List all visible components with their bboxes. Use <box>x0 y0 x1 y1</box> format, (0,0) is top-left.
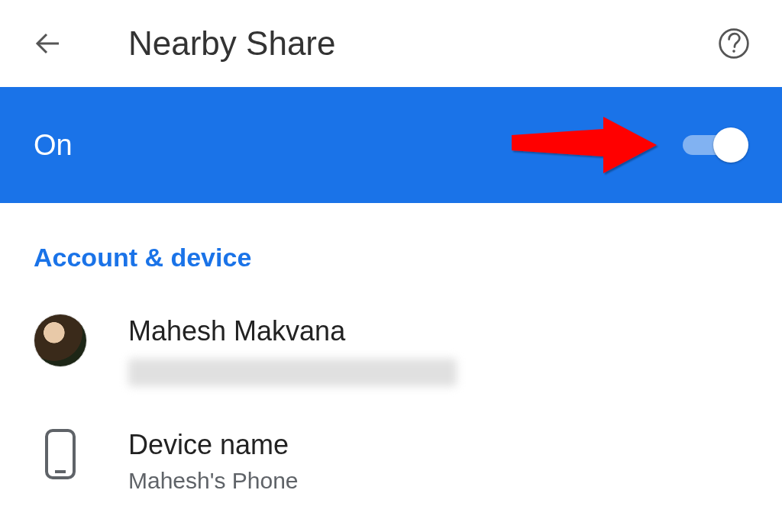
help-icon <box>717 27 751 60</box>
account-email-redacted <box>128 359 457 386</box>
svg-marker-3 <box>512 117 657 173</box>
help-button[interactable] <box>713 23 755 64</box>
toggle-status-label: On <box>34 129 73 162</box>
account-device-section: Account & device Mahesh Makvana Device n… <box>0 203 782 521</box>
section-heading: Account & device <box>34 243 748 272</box>
account-name: Mahesh Makvana <box>128 314 457 348</box>
page-title: Nearby Share <box>128 24 335 63</box>
back-arrow-icon <box>33 28 63 59</box>
avatar-image <box>34 314 87 367</box>
device-icon-wrap <box>34 427 87 481</box>
account-avatar <box>34 314 87 367</box>
svg-point-2 <box>732 50 735 53</box>
device-name-value: Mahesh's Phone <box>128 468 299 494</box>
header-bar: Nearby Share <box>0 0 782 87</box>
device-texts: Device name Mahesh's Phone <box>128 427 299 494</box>
annotation-arrow-icon <box>504 111 664 179</box>
phone-icon <box>42 427 79 481</box>
device-name-label: Device name <box>128 427 299 462</box>
master-toggle-row[interactable]: On <box>0 87 782 203</box>
back-button[interactable] <box>27 23 69 64</box>
toggle-thumb <box>713 127 748 163</box>
device-name-row[interactable]: Device name Mahesh's Phone <box>34 414 748 521</box>
account-texts: Mahesh Makvana <box>128 314 457 386</box>
account-row[interactable]: Mahesh Makvana <box>34 300 748 414</box>
master-toggle-switch[interactable] <box>683 127 748 163</box>
